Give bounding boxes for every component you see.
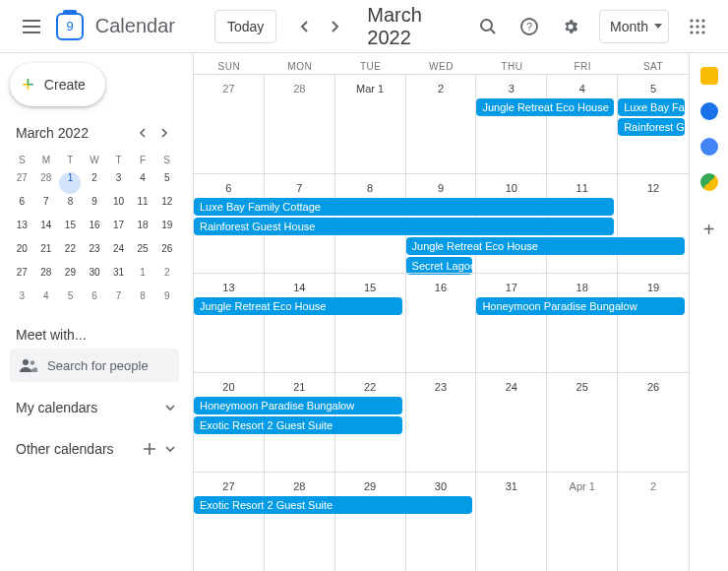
day-cell[interactable]: 26 [618, 373, 689, 472]
day-cell[interactable]: 28 [265, 75, 335, 173]
mini-day[interactable]: 17 [108, 220, 130, 241]
today-button[interactable]: Today [214, 10, 276, 43]
mini-day[interactable]: 12 [156, 196, 178, 218]
mini-day[interactable]: 7 [35, 196, 57, 218]
settings-button[interactable] [552, 8, 589, 45]
mini-day[interactable]: 29 [59, 267, 81, 288]
create-button[interactable]: + Create [10, 63, 105, 106]
mini-day[interactable]: 15 [59, 220, 81, 241]
calendar-event[interactable]: Honeymoon Paradise Bungalow [194, 397, 402, 414]
mini-day[interactable]: 16 [84, 220, 105, 241]
mini-day[interactable]: 10 [108, 196, 130, 218]
next-month-button[interactable] [320, 12, 349, 41]
calendar-event[interactable]: Exotic Resort 2 Guest Suite [194, 496, 472, 514]
mini-day[interactable]: 18 [132, 220, 153, 241]
day-cell[interactable]: 15 [335, 274, 406, 372]
day-cell[interactable]: 17 [476, 274, 547, 372]
maps-icon[interactable] [700, 173, 718, 191]
mini-day[interactable]: 27 [11, 267, 32, 288]
mini-day[interactable]: 5 [156, 172, 178, 194]
mini-day[interactable]: 22 [59, 243, 81, 265]
mini-day[interactable]: 14 [35, 220, 57, 241]
day-cell[interactable]: 13 [194, 274, 265, 372]
calendar-event[interactable]: Exotic Resort 2 Guest Suite [194, 416, 402, 434]
day-cell[interactable]: 4 [547, 75, 618, 173]
mini-day[interactable]: 8 [132, 290, 153, 312]
day-cell[interactable]: 25 [547, 373, 618, 472]
mini-prev-button[interactable] [132, 122, 153, 144]
mini-next-button[interactable] [153, 122, 175, 144]
mini-day[interactable]: 31 [108, 267, 130, 288]
day-cell[interactable]: 14 [265, 274, 335, 372]
calendar-event[interactable]: Luxe Bay Family Cottage [618, 98, 685, 116]
tasks-icon[interactable] [700, 102, 718, 120]
mini-day[interactable]: 24 [108, 243, 130, 265]
calendar-event[interactable]: Luxe Bay Family Cottage [194, 198, 614, 216]
mini-day[interactable]: 13 [11, 220, 32, 241]
day-cell[interactable]: 16 [406, 274, 477, 372]
mini-day[interactable]: 28 [35, 172, 57, 194]
day-cell[interactable]: 3 [476, 75, 547, 173]
mini-day[interactable]: 7 [108, 290, 130, 312]
day-cell[interactable]: 27 [194, 75, 265, 173]
mini-day[interactable]: 5 [59, 290, 81, 312]
mini-day[interactable]: 1 [59, 172, 81, 194]
day-cell[interactable]: 2 [406, 75, 477, 173]
day-cell[interactable]: 28 [265, 473, 335, 571]
mini-day[interactable]: 1 [132, 267, 153, 288]
google-apps-button[interactable] [679, 8, 716, 45]
calendar-event[interactable]: Jungle Retreat Eco House [406, 237, 685, 255]
search-people-input[interactable]: Search for people [10, 349, 179, 382]
day-cell[interactable]: 18 [547, 274, 618, 372]
view-selector[interactable]: Month [599, 10, 669, 43]
mini-day[interactable]: 2 [156, 267, 178, 288]
day-cell[interactable]: 27 [194, 473, 265, 571]
mini-day[interactable]: 27 [11, 172, 32, 194]
mini-day[interactable]: 3 [108, 172, 130, 194]
mini-day[interactable]: 26 [156, 243, 178, 265]
day-cell[interactable]: 19 [618, 274, 689, 372]
calendar-event[interactable]: Jungle Retreat Eco House [194, 297, 402, 315]
help-button[interactable]: ? [511, 8, 548, 45]
keep-icon[interactable] [700, 67, 718, 85]
contacts-icon[interactable] [700, 138, 718, 156]
mini-calendar[interactable]: SMTWTFS272812345678910111213141516171819… [10, 148, 179, 313]
day-cell[interactable]: 23 [406, 373, 477, 472]
mini-day[interactable]: 2 [84, 172, 105, 194]
day-cell[interactable]: 31 [476, 473, 547, 571]
calendar-event[interactable]: Honeymoon Paradise Bungalow [476, 297, 685, 315]
day-cell[interactable]: Apr 1 [547, 473, 618, 571]
mini-day[interactable]: 19 [156, 220, 178, 241]
prev-month-button[interactable] [290, 12, 320, 41]
day-cell[interactable]: 30 [406, 473, 477, 571]
calendar-event[interactable]: Rainforest Guest House [194, 218, 614, 235]
mini-day[interactable]: 4 [35, 290, 57, 312]
calendar-event[interactable]: Rainforest Guest House [618, 118, 685, 136]
day-cell[interactable]: 24 [476, 373, 547, 472]
mini-day[interactable]: 20 [11, 243, 32, 265]
mini-day[interactable]: 25 [132, 243, 153, 265]
mini-day[interactable]: 8 [59, 196, 81, 218]
mini-day[interactable]: 6 [84, 290, 105, 312]
day-cell[interactable]: 2 [618, 473, 689, 571]
mini-day[interactable]: 28 [35, 267, 57, 288]
search-button[interactable] [469, 8, 507, 45]
other-calendars-toggle[interactable]: Other calendars [10, 433, 179, 465]
my-calendars-toggle[interactable]: My calendars [10, 392, 179, 423]
mini-day[interactable]: 4 [132, 172, 153, 194]
mini-day[interactable]: 9 [84, 196, 105, 218]
mini-day[interactable]: 6 [11, 196, 32, 218]
day-cell[interactable]: 29 [335, 473, 406, 571]
mini-day[interactable]: 23 [84, 243, 105, 265]
mini-day[interactable]: 11 [132, 196, 153, 218]
main-menu-button[interactable] [12, 7, 50, 46]
mini-day[interactable]: 30 [84, 267, 105, 288]
calendar-event[interactable]: Jungle Retreat Eco House [476, 98, 614, 116]
mini-day[interactable]: 21 [35, 243, 57, 265]
day-cell[interactable]: 12 [618, 174, 689, 273]
mini-day[interactable]: 3 [11, 290, 32, 312]
day-cell[interactable]: Mar 1 [335, 75, 406, 173]
get-addons-button[interactable]: + [703, 219, 715, 241]
mini-day[interactable]: 9 [156, 290, 178, 312]
add-calendar-button[interactable] [144, 443, 155, 455]
